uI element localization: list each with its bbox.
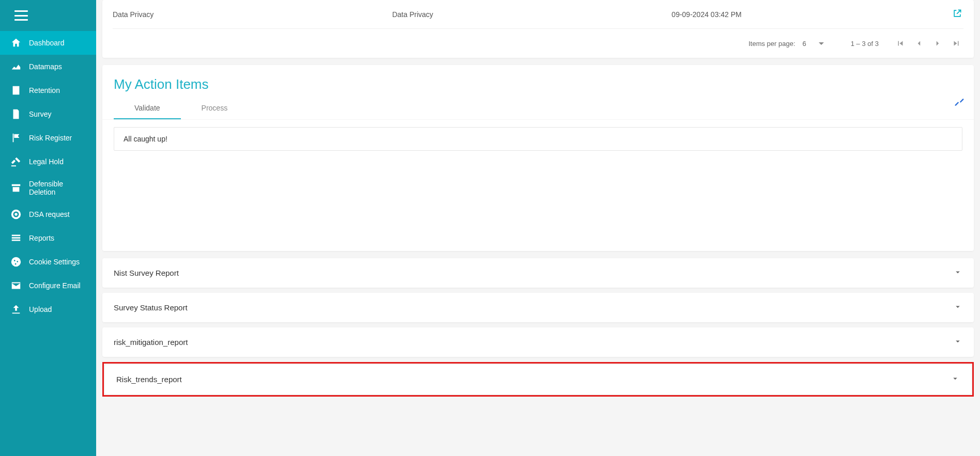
chevron-right-icon: [933, 39, 942, 48]
main-content: Data Privacy Data Privacy 09-09-2024 03:…: [96, 0, 980, 456]
sidebar-item-configure-email[interactable]: Configure Email: [0, 274, 96, 297]
prev-page-button[interactable]: [912, 36, 926, 51]
menu-toggle-button[interactable]: [0, 0, 96, 31]
sidebar-nav: Dashboard Datamaps Retention Survey Risk…: [0, 31, 96, 321]
sidebar-item-reports[interactable]: Reports: [0, 226, 96, 250]
pager-label: Items per page:: [748, 40, 795, 48]
sidebar-item-label: Defensible Deletion: [29, 180, 86, 196]
cookie-icon: [10, 256, 22, 268]
action-tabs: Validate Process: [102, 98, 974, 120]
tab-content: All caught up!: [102, 120, 974, 158]
accordion-title: risk_mitigation_report: [114, 338, 188, 347]
expand-icon: [954, 97, 964, 107]
sidebar-item-label: Legal Hold: [29, 158, 64, 166]
flag-icon: [10, 132, 22, 144]
accordion-title: Survey Status Report: [114, 303, 188, 312]
sidebar-item-label: DSA request: [29, 210, 70, 218]
sidebar-item-retention[interactable]: Retention: [0, 78, 96, 102]
sidebar-item-label: Risk Register: [29, 134, 72, 142]
items-per-page-select[interactable]: 6: [803, 40, 824, 48]
tab-process[interactable]: Process: [181, 98, 249, 119]
open-external-button[interactable]: [951, 8, 963, 20]
gavel-icon: [10, 156, 22, 167]
hamburger-icon: [14, 10, 28, 21]
chevron-down-icon: [953, 302, 962, 313]
pager-value: 6: [803, 40, 806, 48]
sidebar-item-label: Configure Email: [29, 281, 81, 290]
chevron-left-icon: [914, 39, 924, 48]
cell-name: Data Privacy: [392, 10, 672, 19]
dropdown-arrow-icon: [819, 42, 824, 45]
sidebar-item-cookie-settings[interactable]: Cookie Settings: [0, 250, 96, 274]
next-page-button[interactable]: [930, 36, 945, 51]
top-panel: Data Privacy Data Privacy 09-09-2024 03:…: [102, 0, 974, 58]
first-page-icon: [896, 39, 905, 48]
home-icon: [10, 37, 22, 49]
archive-icon: [10, 182, 22, 194]
sidebar-item-label: Upload: [29, 305, 52, 313]
highlighted-accordion-wrap: Risk_trends_report: [102, 362, 974, 397]
sidebar-item-label: Survey: [29, 110, 52, 118]
envelope-icon: [10, 280, 22, 291]
sidebar-item-survey[interactable]: Survey: [0, 102, 96, 126]
action-items-panel: My Action Items Validate Process All cau…: [102, 65, 974, 251]
tab-validate[interactable]: Validate: [114, 98, 181, 119]
accordion-title: Nist Survey Report: [114, 269, 179, 277]
table-row: Data Privacy Data Privacy 09-09-2024 03:…: [113, 0, 963, 29]
paginator: Items per page: 6 1 – 3 of 3: [113, 29, 963, 58]
accordion-survey-status-report[interactable]: Survey Status Report: [102, 293, 974, 322]
accordion-nist-survey-report[interactable]: Nist Survey Report: [102, 258, 974, 288]
sidebar-item-label: Dashboard: [29, 39, 65, 47]
cell-category: Data Privacy: [113, 10, 392, 19]
sidebar: Dashboard Datamaps Retention Survey Risk…: [0, 0, 96, 456]
chevron-down-icon: [951, 374, 960, 385]
accordion-risk-trends-report[interactable]: Risk_trends_report: [105, 365, 971, 394]
open-external-icon: [952, 8, 962, 19]
last-page-icon: [952, 39, 961, 48]
sidebar-item-legal-hold[interactable]: Legal Hold: [0, 150, 96, 174]
empty-state-message: All caught up!: [114, 127, 962, 151]
list-icon: [10, 232, 22, 244]
sidebar-item-dsa-request[interactable]: DSA request: [0, 202, 96, 226]
upload-icon: [10, 304, 22, 315]
sidebar-item-risk-register[interactable]: Risk Register: [0, 126, 96, 150]
chart-area-icon: [10, 61, 22, 72]
expand-panel-button[interactable]: [954, 97, 964, 109]
accordion-title: Risk_trends_report: [116, 375, 182, 384]
sidebar-item-label: Reports: [29, 234, 54, 242]
cell-date: 09-09-2024 03:42 PM: [671, 10, 951, 19]
chevron-down-icon: [953, 337, 962, 348]
chevron-down-icon: [953, 268, 962, 278]
life-ring-icon: [10, 209, 22, 220]
last-page-button[interactable]: [949, 36, 963, 51]
file-icon: [10, 108, 22, 120]
pager-range: 1 – 3 of 3: [851, 40, 879, 48]
sidebar-item-label: Datamaps: [29, 62, 62, 71]
sidebar-item-dashboard[interactable]: Dashboard: [0, 31, 96, 55]
sidebar-item-datamaps[interactable]: Datamaps: [0, 55, 96, 78]
sidebar-item-label: Retention: [29, 86, 60, 95]
sidebar-item-label: Cookie Settings: [29, 258, 80, 266]
accordion-risk-mitigation-report[interactable]: risk_mitigation_report: [102, 327, 974, 357]
first-page-button[interactable]: [893, 36, 908, 51]
section-title: My Action Items: [102, 65, 974, 98]
sidebar-item-upload[interactable]: Upload: [0, 297, 96, 321]
sidebar-item-defensible-deletion[interactable]: Defensible Deletion: [0, 174, 96, 202]
building-icon: [10, 85, 22, 96]
